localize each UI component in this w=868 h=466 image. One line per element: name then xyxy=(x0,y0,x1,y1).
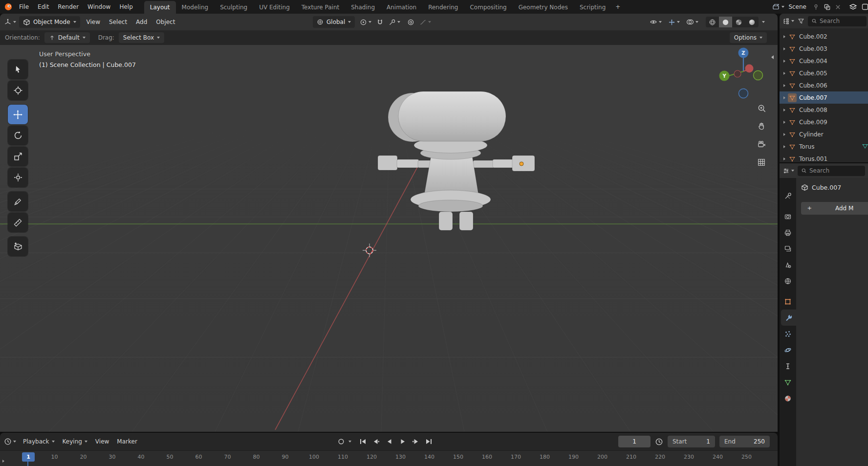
tool-rotate[interactable] xyxy=(8,126,28,145)
snap-toggle[interactable] xyxy=(376,19,384,26)
outliner-editor-type-button[interactable] xyxy=(782,18,794,25)
camera-view-button[interactable] xyxy=(755,138,768,151)
workspace-tab[interactable]: Texture Paint xyxy=(296,1,345,14)
workspace-tab[interactable]: Layout xyxy=(144,1,176,14)
outliner-item[interactable]: Cube.009 xyxy=(780,116,868,128)
expand-chevron-icon[interactable] xyxy=(783,109,785,111)
play-reverse-button[interactable] xyxy=(384,436,395,447)
timeline-editor-type-button[interactable] xyxy=(4,438,16,445)
gizmo-axis-x[interactable] xyxy=(745,65,754,73)
menu-item[interactable]: Object xyxy=(152,14,179,30)
frame-start-field[interactable]: Start 1 xyxy=(668,436,715,447)
jump-to-end-button[interactable] xyxy=(423,436,434,447)
tab-view-layer[interactable] xyxy=(780,241,796,257)
workspace-tab[interactable]: Shading xyxy=(345,1,381,14)
workspace-tab[interactable]: UV Editing xyxy=(253,1,296,14)
jump-to-start-button[interactable] xyxy=(357,436,369,447)
outliner-item[interactable]: Cube.006 xyxy=(780,79,868,91)
tool-annotate[interactable] xyxy=(8,192,28,211)
new-scene-button[interactable] xyxy=(824,3,831,11)
expand-chevron-icon[interactable] xyxy=(783,35,785,38)
shading-solid-button[interactable] xyxy=(719,17,732,27)
pin-icon[interactable] xyxy=(812,3,820,11)
workspace-tab[interactable]: Animation xyxy=(381,1,422,14)
tab-constraints[interactable] xyxy=(780,358,796,374)
tool-measure[interactable] xyxy=(8,213,28,232)
filter-icon[interactable] xyxy=(798,18,804,24)
properties-editor-type-button[interactable] xyxy=(782,167,794,175)
menu-item[interactable]: View xyxy=(91,438,113,445)
menu-item[interactable]: Select xyxy=(105,14,131,30)
expand-chevron-icon[interactable] xyxy=(783,96,785,99)
workspace-tab[interactable]: Sculpting xyxy=(214,1,253,14)
pivot-point-dropdown[interactable] xyxy=(360,19,371,26)
delete-scene-button[interactable] xyxy=(835,4,841,10)
tab-render[interactable] xyxy=(780,208,796,224)
shading-material-button[interactable] xyxy=(732,17,745,27)
workspace-tab[interactable]: Rendering xyxy=(422,1,464,14)
menu-item[interactable]: Marker xyxy=(113,438,141,445)
outliner-item[interactable]: Cube.004 xyxy=(780,55,868,67)
expand-chevron-icon[interactable] xyxy=(783,121,785,124)
character-model[interactable] xyxy=(367,83,547,240)
tool-move[interactable] xyxy=(8,105,28,124)
outliner-item[interactable]: Cube.003 xyxy=(780,43,868,55)
navigation-gizmo[interactable]: Z Y xyxy=(717,46,769,101)
expand-chevron-icon[interactable] xyxy=(783,47,785,50)
timeline-ruler[interactable]: 1020304050607080901001101201301401501601… xyxy=(0,450,778,466)
expand-chevron-icon[interactable] xyxy=(783,72,785,75)
mode-dropdown[interactable]: Object Mode xyxy=(19,16,80,28)
add-workspace-button[interactable]: + xyxy=(611,0,624,13)
tab-world[interactable] xyxy=(780,273,796,289)
drag-mode-dropdown[interactable]: Select Box xyxy=(119,32,164,43)
gizmo-axis-x-neg[interactable] xyxy=(734,70,741,77)
tab-object[interactable] xyxy=(780,293,796,310)
expand-chevron-icon[interactable] xyxy=(783,133,785,136)
viewport-3d[interactable]: User Perspective (1) Scene Collection | … xyxy=(0,45,778,432)
menu-item[interactable]: View xyxy=(82,14,105,30)
outliner-item[interactable]: Torus xyxy=(780,140,868,153)
expand-chevron-icon[interactable] xyxy=(783,157,785,160)
properties-search-input[interactable]: Search xyxy=(798,166,865,176)
auto-keyframe-toggle[interactable] xyxy=(335,436,347,447)
tab-physics[interactable] xyxy=(780,342,796,358)
expand-chevron-icon[interactable] xyxy=(783,84,785,87)
play-button[interactable] xyxy=(397,436,408,447)
outliner-search-input[interactable]: Search xyxy=(808,16,867,26)
region-corner-arrow[interactable] xyxy=(2,457,4,464)
tab-object-data[interactable] xyxy=(780,374,796,390)
pan-hand-button[interactable] xyxy=(755,120,768,133)
playhead[interactable]: 1 xyxy=(22,452,35,462)
new-view-layer-button[interactable] xyxy=(861,3,868,11)
tab-tool[interactable] xyxy=(780,188,796,204)
proportional-editing-toggle[interactable] xyxy=(407,19,414,26)
outliner-item[interactable]: Torus.001 xyxy=(780,153,868,162)
drag-orientation-dropdown[interactable]: Default xyxy=(44,32,90,43)
tool-select-box[interactable] xyxy=(8,60,28,79)
tool-scale[interactable] xyxy=(8,147,28,166)
tool-transform[interactable] xyxy=(8,168,28,187)
outliner-item[interactable]: Cube.008 xyxy=(780,104,868,116)
tab-scene[interactable] xyxy=(780,257,796,273)
expand-chevron-icon[interactable] xyxy=(783,60,785,63)
tool-add-cube[interactable] xyxy=(8,237,28,256)
transform-orientation-dropdown[interactable]: Global xyxy=(313,16,355,28)
snap-settings-dropdown[interactable] xyxy=(389,19,400,26)
scene-name[interactable]: Scene xyxy=(788,3,806,10)
workspace-tab[interactable]: Geometry Nodes xyxy=(513,1,574,14)
outliner-item[interactable]: Cylinder xyxy=(780,128,868,140)
use-preview-range-toggle[interactable] xyxy=(655,438,663,446)
view-layer-icon[interactable] xyxy=(849,3,857,11)
shading-options-chevron[interactable] xyxy=(762,21,765,23)
tab-modifiers[interactable] xyxy=(781,310,796,326)
tab-particles[interactable] xyxy=(780,326,796,342)
gizmo-axis-z-neg[interactable] xyxy=(739,89,748,98)
add-modifier-button[interactable]: ＋ Add M xyxy=(801,202,868,215)
object-visibility-dropdown[interactable] xyxy=(650,18,662,26)
options-dropdown[interactable]: Options xyxy=(730,32,767,43)
shading-wireframe-button[interactable] xyxy=(706,17,719,27)
menu-item[interactable]: Edit xyxy=(33,0,53,14)
tool-cursor[interactable] xyxy=(8,81,28,100)
workspace-tab[interactable]: Scripting xyxy=(574,1,611,14)
popover-item[interactable]: Keying xyxy=(59,438,91,445)
